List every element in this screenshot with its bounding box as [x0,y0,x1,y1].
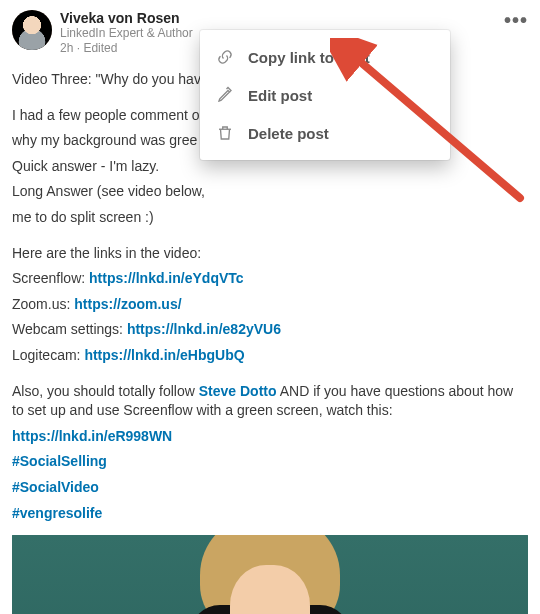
post: Viveka von Rosen LinkedIn Expert & Autho… [0,0,540,614]
trash-icon [216,124,234,142]
overflow-menu-button[interactable]: ••• [504,10,528,56]
post-video-thumbnail[interactable] [12,535,528,614]
hashtag-vengresolife[interactable]: #vengresolife [12,505,102,521]
body-line: Screenflow: https://lnkd.in/eYdqVTc [12,269,528,289]
body-line: https://lnkd.in/eR998WN [12,427,528,447]
body-line: Also, you should totally follow Steve Do… [12,382,528,421]
link-webcam-settings[interactable]: https://lnkd.in/e82yVU6 [127,321,281,337]
body-line: #SocialVideo [12,478,528,498]
body-line: #SocialSelling [12,452,528,472]
author-name[interactable]: Viveka von Rosen [60,10,504,26]
pencil-icon [216,86,234,104]
link-icon [216,48,234,66]
hashtag-socialvideo[interactable]: #SocialVideo [12,479,99,495]
link-screenflow[interactable]: https://lnkd.in/eYdqVTc [89,270,244,286]
menu-item-label: Copy link to post [248,49,370,66]
menu-item-copy-link[interactable]: Copy link to post [200,38,450,76]
menu-item-label: Delete post [248,125,329,142]
body-line: me to do split screen :) [12,208,528,228]
avatar[interactable] [12,10,52,50]
post-edited: Edited [83,41,117,55]
link-zoom[interactable]: https://zoom.us/ [74,296,181,312]
menu-item-edit-post[interactable]: Edit post [200,76,450,114]
body-line: Logitecam: https://lnkd.in/eHbgUbQ [12,346,528,366]
post-time: 2h [60,41,73,55]
body-line: Zoom.us: https://zoom.us/ [12,295,528,315]
menu-item-delete-post[interactable]: Delete post [200,114,450,152]
post-options-menu: Copy link to post Edit post Delete post [200,30,450,160]
hashtag-socialselling[interactable]: #SocialSelling [12,453,107,469]
body-line: Here are the links in the video: [12,244,528,264]
mention-steve-dotto[interactable]: Steve Dotto [199,383,277,399]
body-line: Long Answer (see video below, [12,182,528,202]
menu-item-label: Edit post [248,87,312,104]
link-logitecam[interactable]: https://lnkd.in/eHbgUbQ [84,347,244,363]
body-line: Webcam settings: https://lnkd.in/e82yVU6 [12,320,528,340]
link-screenflow-tutorial[interactable]: https://lnkd.in/eR998WN [12,428,172,444]
body-line: #vengresolife [12,504,528,524]
